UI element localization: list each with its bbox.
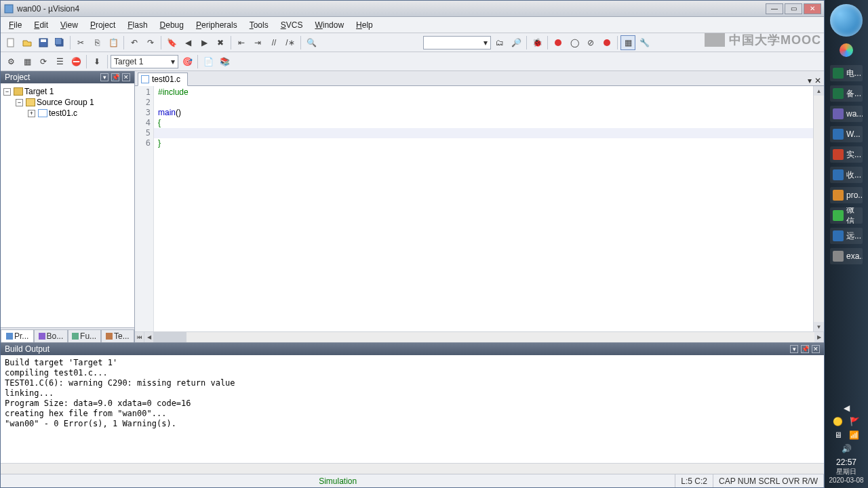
menu-svcs[interactable]: SVCS — [275, 19, 309, 31]
editor-tab[interactable]: test01.c — [138, 73, 188, 86]
find-icon[interactable]: 🔍 — [304, 35, 319, 50]
menu-peripherals[interactable]: Peripherals — [191, 19, 243, 31]
menu-project[interactable]: Project — [85, 19, 121, 31]
build-hscroll[interactable] — [1, 463, 824, 474]
project-tab[interactable]: Te... — [101, 329, 134, 342]
find-in-files-icon[interactable]: 🗂 — [492, 35, 507, 50]
pane-dropdown-icon[interactable]: ▾ — [100, 73, 108, 81]
batch-build-icon[interactable]: ☰ — [52, 54, 67, 69]
comment-icon[interactable]: // — [267, 35, 281, 50]
expand-icon[interactable]: − — [3, 88, 11, 96]
secondary-orb-icon[interactable] — [840, 43, 853, 57]
bookmark-next-icon[interactable]: ▶ — [197, 35, 212, 50]
rebuild-icon[interactable]: ⟳ — [36, 54, 51, 69]
tree-file[interactable]: + test01.c — [2, 108, 133, 119]
clock-time[interactable]: 22:57 — [827, 458, 865, 467]
taskbar-item[interactable]: W... — [830, 126, 863, 142]
start-orb[interactable] — [830, 4, 863, 37]
menu-view[interactable]: View — [55, 19, 83, 31]
taskbar-item[interactable]: exa... — [830, 248, 863, 264]
debug-icon[interactable]: 🐞 — [530, 35, 545, 50]
code-editor[interactable]: 123456 #include main(){ } ▲ ▼ — [135, 86, 824, 331]
taskbar-item[interactable]: 备... — [830, 85, 863, 102]
pane-dropdown-icon[interactable]: ▾ — [790, 345, 798, 353]
breakpoint-kill-icon[interactable] — [599, 35, 614, 50]
copy-icon[interactable]: ⎘ — [90, 35, 104, 50]
menu-window[interactable]: Window — [309, 19, 349, 31]
volume-icon[interactable]: 🔊 — [842, 444, 852, 453]
tab-close-icon[interactable]: ✕ — [814, 76, 821, 85]
menu-edit[interactable]: Edit — [28, 19, 54, 31]
uncomment-icon[interactable]: /∗ — [283, 35, 298, 50]
menu-flash[interactable]: Flash — [122, 19, 153, 31]
taskbar-item[interactable]: 远... — [830, 228, 863, 244]
breakpoint-enable-icon[interactable]: ◯ — [567, 35, 582, 50]
window-layout-icon[interactable]: ▦ — [620, 35, 635, 50]
tray-icon[interactable]: 🚩 — [850, 417, 860, 426]
signal-icon[interactable]: 📶 — [849, 430, 859, 440]
new-file-icon[interactable] — [3, 35, 18, 50]
manage-icon[interactable]: 📚 — [217, 54, 232, 69]
tree-target[interactable]: − Target 1 — [2, 86, 133, 97]
breakpoint-insert-icon[interactable] — [551, 35, 566, 50]
file-ext-icon[interactable]: 📄 — [201, 54, 216, 69]
configure-icon[interactable]: 🔧 — [637, 35, 652, 50]
vertical-scrollbar[interactable]: ▲ ▼ — [813, 86, 824, 331]
menu-tools[interactable]: Tools — [244, 19, 274, 31]
expand-icon[interactable]: − — [16, 99, 23, 106]
taskbar-item[interactable]: pro... — [830, 187, 863, 203]
code-body[interactable]: #include main(){ } — [154, 86, 813, 331]
minimize-button[interactable]: — — [766, 3, 783, 14]
open-file-icon[interactable] — [20, 35, 35, 50]
scroll-left-icon[interactable]: ◀ — [144, 332, 154, 342]
project-tree[interactable]: − Target 1 − Source Group 1 + test01.c — [1, 83, 134, 327]
build-icon[interactable]: ▦ — [20, 54, 35, 69]
tray-icon[interactable]: 🟡 — [833, 417, 843, 426]
tray-expand-icon[interactable]: ◀ — [844, 403, 850, 413]
taskbar-item[interactable]: 微信 — [830, 207, 863, 224]
scroll-first-icon[interactable]: ⏮ — [135, 332, 144, 342]
indent-left-icon[interactable]: ⇤ — [234, 35, 249, 50]
target-options-icon[interactable]: 🎯 — [180, 54, 195, 69]
project-tab[interactable]: Fu... — [68, 329, 101, 342]
close-button[interactable]: ✕ — [804, 3, 821, 14]
maximize-button[interactable]: ▭ — [785, 3, 802, 14]
indent-right-icon[interactable]: ⇥ — [250, 35, 265, 50]
build-output-text[interactable]: Build target 'Target 1' compiling test01… — [1, 355, 824, 463]
stop-build-icon[interactable]: ⛔ — [68, 54, 83, 69]
bookmark-icon[interactable]: 🔖 — [164, 35, 179, 50]
redo-icon[interactable]: ↷ — [143, 35, 158, 50]
incremental-find-icon[interactable]: 🔎 — [509, 35, 524, 50]
breakpoint-disable-icon[interactable]: ⊘ — [583, 35, 598, 50]
tree-group[interactable]: − Source Group 1 — [2, 97, 133, 108]
find-combo[interactable]: ▾ — [423, 36, 491, 49]
project-tab[interactable]: Pr... — [1, 329, 34, 342]
scroll-down-icon[interactable]: ▼ — [814, 322, 824, 331]
tab-dropdown-icon[interactable]: ▾ — [808, 76, 812, 85]
expand-icon[interactable]: + — [28, 110, 35, 117]
bookmark-prev-icon[interactable]: ◀ — [180, 35, 195, 50]
translate-icon[interactable]: ⚙ — [3, 54, 18, 69]
save-icon[interactable] — [36, 35, 51, 50]
pane-pin-icon[interactable]: 📌 — [801, 345, 809, 353]
scroll-up-icon[interactable]: ▲ — [814, 86, 824, 96]
download-icon[interactable]: ⬇ — [90, 54, 104, 69]
taskbar-item[interactable]: 实... — [830, 146, 863, 163]
paste-icon[interactable]: 📋 — [106, 35, 121, 50]
pane-close-icon[interactable]: ✕ — [122, 73, 130, 81]
horizontal-scrollbar[interactable]: ⏮ ◀ ▶ — [135, 331, 824, 342]
pane-pin-icon[interactable]: 📌 — [111, 73, 119, 81]
bookmark-clear-icon[interactable]: ✖ — [213, 35, 228, 50]
menu-file[interactable]: File — [3, 19, 27, 31]
undo-icon[interactable]: ↶ — [127, 35, 142, 50]
taskbar-item[interactable]: wa... — [830, 106, 863, 122]
scroll-right-icon[interactable]: ▶ — [814, 332, 824, 342]
pane-close-icon[interactable]: ✕ — [812, 345, 820, 353]
cut-icon[interactable]: ✂ — [73, 35, 88, 50]
project-tab[interactable]: Bo... — [34, 329, 67, 342]
network-icon[interactable]: 🖥 — [834, 430, 842, 440]
target-select[interactable]: Target 1▾ — [111, 55, 178, 68]
save-all-icon[interactable] — [52, 35, 67, 50]
menu-help[interactable]: Help — [351, 19, 378, 31]
taskbar-item[interactable]: 收... — [830, 167, 863, 183]
